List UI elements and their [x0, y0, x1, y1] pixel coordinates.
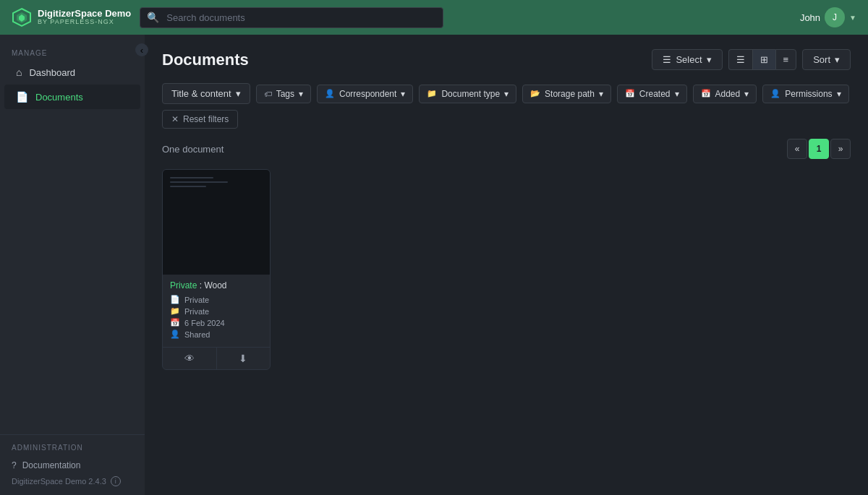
document-date-row: 📅 6 Feb 2024	[170, 318, 263, 327]
chevron-down-icon: ▼	[849, 14, 856, 22]
reset-filters-button[interactable]: ✕ Reset filters	[162, 110, 238, 129]
document-date: 6 Feb 2024	[184, 319, 225, 327]
pagination-next-button[interactable]: »	[830, 139, 851, 159]
select-button[interactable]: ☰ Select ▾	[652, 49, 722, 70]
search-input[interactable]	[140, 7, 443, 28]
document-tag: Private	[170, 280, 197, 290]
filter-correspondent[interactable]: 👤 Correspondent ▾	[317, 85, 413, 103]
user-menu[interactable]: John J ▼	[800, 7, 856, 27]
filter-added[interactable]: 📅 Added ▾	[693, 85, 757, 103]
filter-added-label: Added	[715, 89, 741, 99]
user-name: John	[800, 12, 820, 23]
filter-bar: Title & content ▾ 🏷 Tags ▾ 👤 Corresponde…	[162, 83, 851, 129]
document-correspondent-row: 📄 Private	[170, 295, 263, 304]
content-area: Documents ☰ Select ▾ ☰ ⊞ ≡ Sort ▾	[145, 35, 868, 495]
filter-document-type[interactable]: 📁 Document type ▾	[419, 85, 516, 103]
document-actions: 👁 ⬇	[163, 347, 270, 369]
document-title: Wood	[204, 280, 226, 290]
download-icon: ⬇	[239, 353, 247, 364]
sort-button[interactable]: Sort ▾	[802, 49, 851, 70]
doc-file-icon: 📄	[170, 295, 180, 304]
sidebar-item-dashboard-label: Dashboard	[29, 67, 75, 78]
document-name: Private : Wood	[170, 280, 263, 290]
view-list-button[interactable]: ≡	[775, 49, 797, 70]
document-shared-row: 👤 Shared	[170, 330, 263, 339]
thumb-line	[170, 186, 206, 187]
sidebar-collapse-button[interactable]: ‹	[135, 43, 148, 56]
app-version: DigitizerSpace Demo 2.4.3 i	[12, 476, 133, 486]
document-type-icon: 📁	[427, 89, 437, 98]
created-icon: 📅	[625, 89, 635, 98]
filter-tags[interactable]: 🏷 Tags ▾	[256, 85, 311, 103]
document-storage-row: 📁 Private	[170, 306, 263, 316]
sidebar-documentation-item[interactable]: ? Documentation	[12, 457, 133, 473]
app-brand: DigitizerSpace Demo BY PAPERLESS-NGX	[38, 9, 131, 26]
document-info: Private : Wood 📄 Private 📁 Private 📅	[163, 275, 270, 347]
tags-chevron-icon: ▾	[299, 89, 303, 99]
page-title: Documents	[162, 51, 249, 69]
search-bar[interactable]: 🔍	[140, 7, 443, 28]
filter-created[interactable]: 📅 Created ▾	[617, 85, 687, 103]
added-icon: 📅	[701, 89, 711, 98]
sidebar-item-documents[interactable]: 📄 Documents	[4, 85, 140, 109]
added-chevron-icon: ▾	[744, 89, 749, 99]
filter-permissions-label: Permissions	[785, 89, 832, 99]
view-grid-button[interactable]: ⊞	[752, 49, 775, 70]
sidebar: ‹ MANAGE ⌂ Dashboard 📄 Documents ADMINIS…	[0, 35, 145, 495]
page-header: Documents ☰ Select ▾ ☰ ⊞ ≡ Sort ▾	[162, 49, 851, 70]
pagination-prev-button[interactable]: «	[787, 139, 807, 159]
result-count: One document	[162, 144, 224, 155]
document-storage: Private	[184, 307, 209, 316]
sidebar-item-documents-label: Documents	[35, 92, 83, 103]
correspondent-icon: 👤	[325, 89, 335, 98]
sort-chevron-icon: ▾	[835, 54, 840, 65]
filter-document-type-label: Document type	[441, 89, 500, 99]
document-download-button[interactable]: ⬇	[216, 348, 271, 369]
document-thumb-lines	[170, 177, 228, 187]
tags-icon: 🏷	[264, 90, 272, 98]
document-thumbnail	[163, 170, 270, 275]
reset-filters-label: Reset filters	[183, 114, 229, 124]
sidebar-footer: ADMINISTRATION ? Documentation Digitizer…	[0, 434, 145, 495]
sort-label: Sort	[813, 54, 830, 65]
filter-correspondent-label: Correspondent	[339, 89, 396, 99]
documents-grid: Private : Wood 📄 Private 📁 Private 📅	[162, 169, 851, 370]
header-actions: ☰ Select ▾ ☰ ⊞ ≡ Sort ▾	[652, 49, 851, 70]
pagination-current-button[interactable]: 1	[809, 139, 829, 159]
sidebar-manage-label: MANAGE	[0, 40, 145, 60]
select-chevron-icon: ▾	[707, 54, 712, 65]
search-content-chevron-icon: ▾	[236, 88, 241, 99]
filter-permissions[interactable]: 👤 Permissions ▾	[762, 85, 848, 103]
dashboard-icon: ⌂	[16, 66, 22, 78]
permissions-icon: 👤	[770, 89, 780, 98]
app-name: DigitizerSpace Demo	[38, 9, 131, 19]
created-chevron-icon: ▾	[675, 89, 679, 99]
sidebar-item-dashboard[interactable]: ⌂ Dashboard	[4, 60, 140, 85]
topbar: DigitizerSpace Demo BY PAPERLESS-NGX 🔍 J…	[0, 0, 868, 35]
eye-icon: 👁	[184, 353, 195, 364]
filter-storage-path-label: Storage path	[545, 89, 595, 99]
avatar: J	[825, 7, 845, 27]
app-logo: DigitizerSpace Demo BY PAPERLESS-NGX	[12, 7, 131, 27]
pagination: « 1 »	[787, 139, 851, 159]
filter-created-label: Created	[639, 89, 671, 99]
version-info-icon: i	[111, 476, 121, 486]
app-subtitle: BY PAPERLESS-NGX	[38, 19, 131, 26]
reset-icon: ✕	[171, 114, 179, 124]
document-correspondent: Private	[184, 296, 209, 304]
documentation-icon: ?	[12, 460, 17, 470]
view-list-small-button[interactable]: ☰	[728, 49, 752, 70]
doc-shared-icon: 👤	[170, 330, 180, 339]
document-view-button[interactable]: 👁	[163, 348, 216, 369]
search-content-filter[interactable]: Title & content ▾	[162, 83, 250, 104]
correspondent-chevron-icon: ▾	[401, 89, 405, 99]
result-bar: One document « 1 »	[162, 139, 851, 159]
select-icon: ☰	[663, 54, 671, 65]
main-layout: ‹ MANAGE ⌂ Dashboard 📄 Documents ADMINIS…	[0, 35, 868, 495]
search-content-label: Title & content	[171, 88, 231, 99]
document-card: Private : Wood 📄 Private 📁 Private 📅	[162, 169, 271, 370]
app-logo-icon	[12, 7, 32, 27]
version-text: DigitizerSpace Demo 2.4.3	[12, 477, 106, 486]
filter-storage-path[interactable]: 📂 Storage path ▾	[522, 85, 611, 103]
view-mode-group: ☰ ⊞ ≡	[728, 49, 797, 70]
